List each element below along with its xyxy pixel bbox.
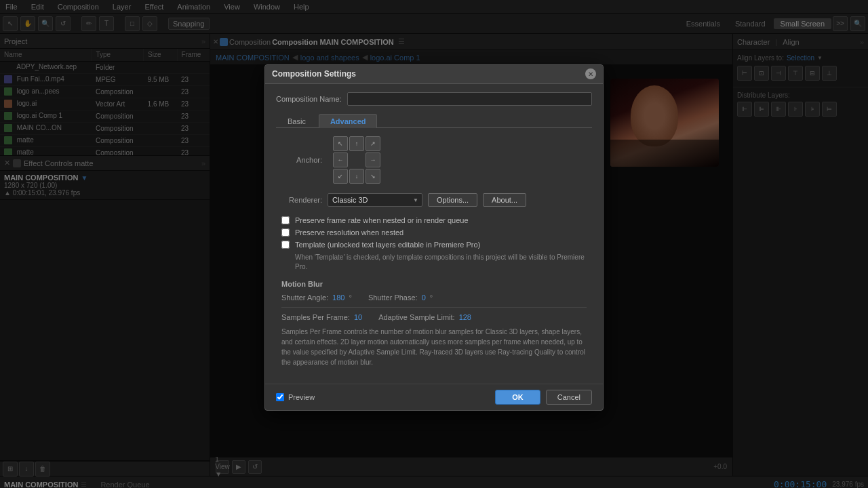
renderer-options-btn[interactable]: Options...	[428, 193, 477, 207]
checkbox-resolution-label: Preserve resolution when nested	[295, 228, 403, 237]
checkbox-section: Preserve frame rate when nested or in re…	[276, 216, 592, 272]
adaptive-label: Adaptive Sample Limit:	[378, 313, 455, 321]
comp-name-row: Composition Name:	[276, 92, 592, 106]
anchor-label: Anchor:	[281, 156, 322, 164]
shutter-angle-field: Shutter Angle: 180 °	[281, 293, 352, 302]
shutter-phase-field: Shutter Phase: 0 °	[368, 293, 433, 302]
motion-blur-row1: Shutter Angle: 180 ° Shutter Phase: 0 °	[276, 293, 592, 302]
checkbox-note: When 'Template' is checked, only templat…	[295, 253, 587, 272]
renderer-label: Renderer:	[281, 196, 322, 204]
cancel-button[interactable]: Cancel	[546, 390, 592, 405]
anchor-br[interactable]: ↘	[366, 169, 380, 184]
checkbox-frame-rate[interactable]	[281, 216, 290, 224]
composition-settings-dialog: Composition Settings ✕ Composition Name:…	[264, 64, 604, 411]
dialog-close-btn[interactable]: ✕	[585, 68, 596, 79]
renderer-select-wrapper: Classic 3D Advanced 3D Ray-traced 3D	[328, 193, 422, 207]
checkbox-row-1: Preserve frame rate when nested or in re…	[281, 216, 587, 224]
tab-advanced[interactable]: Advanced	[319, 114, 378, 128]
adaptive-field: Adaptive Sample Limit: 128	[378, 313, 471, 321]
shutter-angle-label: Shutter Angle:	[281, 293, 328, 302]
anchor-tr[interactable]: ↗	[366, 136, 380, 151]
dialog-title-bar: Composition Settings ✕	[265, 65, 603, 84]
shutter-phase-value[interactable]: 0	[422, 293, 426, 302]
checkbox-frame-rate-label: Preserve frame rate when nested or in re…	[295, 216, 469, 224]
mb-separator	[281, 307, 587, 308]
checkbox-row-3: Template (unlocked text layers editable …	[281, 241, 587, 249]
motion-blur-title: Motion Blur	[276, 280, 592, 288]
dialog-title: Composition Settings	[272, 69, 585, 79]
checkbox-resolution[interactable]	[281, 228, 290, 237]
anchor-tl[interactable]: ↖	[333, 136, 348, 151]
shutter-angle-unit: °	[349, 293, 351, 302]
anchor-mc	[349, 152, 364, 167]
dialog-tabs: Basic Advanced	[276, 114, 592, 128]
anchor-bc[interactable]: ↓	[349, 169, 364, 184]
preview-label: Preview	[288, 393, 315, 401]
anchor-section: Anchor: ↖ ↑ ↗ ← → ↙ ↓ ↘	[276, 136, 592, 184]
ok-button[interactable]: OK	[495, 390, 540, 405]
preview-checkbox[interactable]	[276, 393, 284, 401]
renderer-about-btn[interactable]: About...	[483, 193, 526, 207]
comp-name-label: Composition Name:	[276, 95, 342, 103]
motion-blur-row2: Samples Per Frame: 10 Adaptive Sample Li…	[276, 313, 592, 321]
checkbox-template[interactable]	[281, 241, 290, 249]
mb-description: Samples Per Frame controls the number of…	[276, 327, 592, 367]
dialog-overlay: Composition Settings ✕ Composition Name:…	[0, 0, 868, 488]
adaptive-value[interactable]: 128	[459, 313, 471, 321]
checkbox-template-label: Template (unlocked text layers editable …	[295, 241, 480, 249]
shutter-phase-label: Shutter Phase:	[368, 293, 418, 302]
shutter-phase-unit: °	[430, 293, 433, 302]
anchor-tc[interactable]: ↑	[349, 136, 364, 151]
checkbox-row-2: Preserve resolution when nested	[281, 228, 587, 237]
preview-row: Preview	[276, 393, 490, 401]
samples-value[interactable]: 10	[354, 313, 362, 321]
anchor-ml[interactable]: ←	[333, 152, 348, 167]
anchor-bl[interactable]: ↙	[333, 169, 348, 184]
samples-label: Samples Per Frame:	[281, 313, 350, 321]
samples-field: Samples Per Frame: 10	[281, 313, 362, 321]
dialog-footer: Preview OK Cancel	[265, 384, 603, 410]
dialog-body: Composition Name: Basic Advanced Anchor:…	[265, 84, 603, 384]
renderer-select[interactable]: Classic 3D Advanced 3D Ray-traced 3D	[328, 193, 422, 207]
anchor-mr[interactable]: →	[366, 152, 380, 167]
comp-name-input[interactable]	[347, 92, 592, 106]
shutter-angle-value[interactable]: 180	[332, 293, 344, 302]
anchor-grid: ↖ ↑ ↗ ← → ↙ ↓ ↘	[333, 136, 380, 184]
renderer-section: Renderer: Classic 3D Advanced 3D Ray-tra…	[276, 193, 592, 207]
tab-basic[interactable]: Basic	[276, 114, 317, 128]
